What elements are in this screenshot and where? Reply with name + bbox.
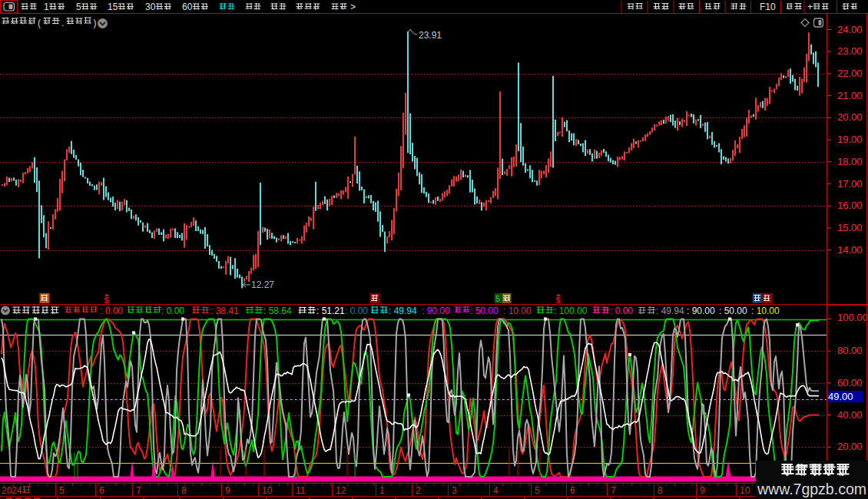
svg-text:9: 9 bbox=[700, 485, 705, 496]
svg-text:5: 5 bbox=[76, 2, 81, 12]
svg-text:>: > bbox=[350, 2, 356, 12]
svg-text:): ) bbox=[94, 18, 97, 28]
svg-text:20.00: 20.00 bbox=[837, 441, 863, 452]
svg-text:7: 7 bbox=[136, 485, 141, 496]
svg-text:30: 30 bbox=[145, 2, 156, 12]
svg-text:8: 8 bbox=[658, 485, 663, 496]
svg-text:5: 5 bbox=[59, 485, 65, 496]
svg-text:15.00: 15.00 bbox=[837, 222, 863, 233]
svg-text:: 10.00: : 10.00 bbox=[751, 306, 780, 316]
svg-text:(: ( bbox=[38, 18, 41, 28]
svg-text:: 49.94: : 49.94 bbox=[656, 306, 684, 316]
svg-text:49.00: 49.00 bbox=[828, 391, 853, 402]
svg-text:8: 8 bbox=[181, 485, 187, 496]
svg-text:: 10.00: : 10.00 bbox=[503, 306, 532, 316]
svg-text:23.91: 23.91 bbox=[419, 30, 442, 41]
svg-text:6: 6 bbox=[99, 485, 104, 496]
svg-text:20.00: 20.00 bbox=[837, 111, 863, 123]
svg-text:5: 5 bbox=[495, 294, 500, 303]
svg-text:19.00: 19.00 bbox=[837, 134, 863, 145]
svg-text:3: 3 bbox=[452, 485, 457, 496]
svg-text:$: $ bbox=[104, 296, 109, 305]
svg-text:80.00: 80.00 bbox=[837, 345, 863, 356]
svg-text:7: 7 bbox=[611, 485, 616, 496]
svg-text:10: 10 bbox=[262, 485, 273, 496]
svg-text:4: 4 bbox=[493, 485, 499, 496]
svg-text:100.00: 100.00 bbox=[837, 312, 868, 323]
svg-text:23.00: 23.00 bbox=[837, 45, 863, 57]
svg-text:60.00: 60.00 bbox=[837, 377, 863, 388]
svg-text:9: 9 bbox=[225, 485, 230, 496]
svg-text:www.7gpzb.com: www.7gpzb.com bbox=[757, 481, 866, 497]
svg-text:24.00: 24.00 bbox=[837, 24, 863, 35]
svg-text:40.00: 40.00 bbox=[837, 409, 863, 421]
svg-text:6: 6 bbox=[570, 485, 575, 496]
svg-text:+: + bbox=[807, 2, 813, 12]
svg-text:1: 1 bbox=[44, 2, 49, 12]
svg-text:.: . bbox=[61, 18, 64, 28]
svg-text:5: 5 bbox=[535, 485, 540, 496]
svg-text:11: 11 bbox=[296, 485, 306, 496]
svg-text:18.00: 18.00 bbox=[837, 156, 863, 167]
svg-text:15: 15 bbox=[108, 2, 118, 12]
svg-text:: 0.00: : 0.00 bbox=[161, 306, 184, 316]
svg-text:10: 10 bbox=[740, 485, 750, 496]
svg-text:: 58.64: : 58.64 bbox=[263, 306, 292, 316]
svg-text:: 49.94: : 49.94 bbox=[389, 306, 417, 316]
svg-text:22.00: 22.00 bbox=[837, 68, 863, 79]
svg-text:12: 12 bbox=[336, 485, 346, 496]
svg-text:60: 60 bbox=[182, 2, 193, 12]
svg-text:: 0.00: : 0.00 bbox=[610, 306, 633, 316]
svg-text:$: $ bbox=[556, 296, 561, 305]
svg-text:1: 1 bbox=[379, 485, 385, 496]
svg-text:: 90.00: : 90.00 bbox=[687, 306, 715, 316]
svg-text:17.00: 17.00 bbox=[837, 178, 863, 190]
svg-text:2: 2 bbox=[416, 485, 421, 496]
svg-text:: 50.00: : 50.00 bbox=[470, 306, 499, 316]
svg-text:14.00: 14.00 bbox=[837, 244, 863, 256]
svg-text:: 90.00: : 90.00 bbox=[422, 306, 450, 316]
svg-text:: 0.00: : 0.00 bbox=[345, 306, 368, 316]
svg-text:: 51.21: : 51.21 bbox=[316, 306, 345, 316]
svg-text:16.00: 16.00 bbox=[837, 200, 863, 211]
svg-text:12.27: 12.27 bbox=[251, 279, 274, 290]
svg-text:2024: 2024 bbox=[2, 485, 22, 496]
svg-text:21.00: 21.00 bbox=[837, 90, 863, 101]
svg-text:F10: F10 bbox=[760, 2, 776, 12]
svg-text:: 100.00: : 100.00 bbox=[554, 306, 588, 316]
svg-text:: 50.00: : 50.00 bbox=[719, 306, 747, 316]
svg-text:: 0.00: : 0.00 bbox=[100, 306, 123, 316]
svg-text:: 38.41: : 38.41 bbox=[210, 306, 239, 316]
